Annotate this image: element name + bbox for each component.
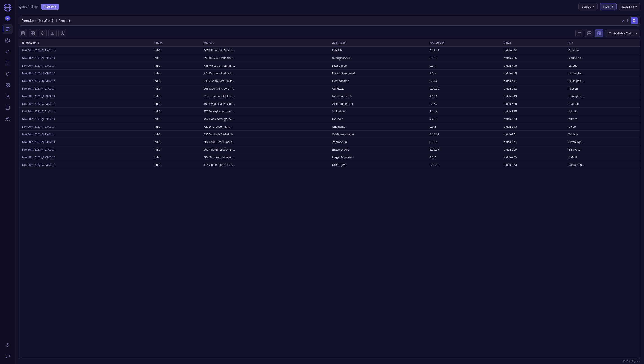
svg-rect-26 [21, 32, 24, 35]
col-address[interactable]: address [200, 39, 329, 47]
topbar: Query Builder Free Text Log QL ▾ Index ▾… [15, 0, 644, 14]
table-cell: Birmingha... [565, 70, 640, 77]
info-icon[interactable]: ℹ [627, 18, 628, 23]
alert-button[interactable] [38, 29, 47, 37]
cluster-icon [5, 38, 10, 43]
table-row[interactable]: Nov 30th, 2023 @ 23:02:14ind-017095 Sout… [19, 70, 640, 77]
col-app-version[interactable]: app_version [426, 39, 500, 47]
table-row[interactable]: Nov 30th, 2023 @ 23:02:14ind-05459 Shore… [19, 77, 640, 85]
col-timestamp[interactable]: timestamp ↑↓ [19, 39, 151, 47]
table-row[interactable]: Nov 30th, 2023 @ 23:02:14ind-072826 Cres… [19, 123, 640, 130]
table-cell: Nov 30th, 2023 @ 23:02:14 [19, 138, 151, 146]
sidebar-expand-button[interactable]: ▶ [5, 16, 10, 21]
sidebar-item-dashboards[interactable] [3, 80, 12, 90]
svg-rect-32 [31, 34, 32, 35]
table-row[interactable]: Nov 30th, 2023 @ 23:02:14ind-0663 Mounta… [19, 85, 640, 92]
topbar-right-actions: Log QL ▾ Index ▾ Last 1 Hr ▾ [578, 3, 640, 10]
list-view-button[interactable] [575, 29, 584, 37]
sidebar-item-cluster[interactable] [3, 36, 12, 45]
table-cell: 6137 Loaf mouth, Lexi... [200, 92, 329, 100]
sidebar-item-saved[interactable] [3, 103, 12, 113]
table-cell: 4.4.19 [426, 115, 500, 123]
info-toolbar-button[interactable] [58, 29, 66, 37]
table-cell: Nov 30th, 2023 @ 23:02:14 [19, 108, 151, 115]
search-input[interactable] [21, 19, 622, 22]
table-row[interactable]: Nov 30th, 2023 @ 23:02:14ind-05527 South… [19, 146, 640, 154]
table-cell: AliceBluepacket [329, 100, 426, 108]
table-cell: 33050 North Radial ch... [200, 130, 329, 138]
log-ql-button[interactable]: Log QL ▾ [578, 3, 598, 10]
svg-point-23 [7, 344, 8, 346]
svg-point-21 [6, 118, 8, 119]
table-cell: Nov 30th, 2023 @ 23:02:14 [19, 146, 151, 154]
table-cell: ind-0 [151, 138, 200, 146]
svg-rect-31 [33, 32, 34, 33]
table-cell: 3.8.2 [426, 123, 500, 130]
table-row[interactable]: Nov 30th, 2023 @ 23:02:14ind-029940 Lake… [19, 54, 640, 62]
sidebar-item-team[interactable] [3, 114, 12, 124]
sidebar-item-settings[interactable] [3, 340, 12, 350]
table-cell: 4.14.19 [426, 130, 500, 138]
table-row[interactable]: Nov 30th, 2023 @ 23:02:14ind-0115 South … [19, 161, 640, 169]
available-fields-button[interactable]: Available Fields ▾ [605, 30, 640, 37]
sidebar-item-analytics[interactable] [3, 47, 12, 56]
col-batch[interactable]: batch [500, 39, 565, 47]
index-button[interactable]: Index ▾ [600, 3, 616, 10]
split-view-button[interactable] [585, 29, 593, 37]
sidebar-item-chat[interactable] [3, 352, 12, 361]
log-ql-chevron-icon: ▾ [592, 5, 594, 8]
sidebar-item-users[interactable] [3, 92, 12, 102]
col-app-name[interactable]: app_name [329, 39, 426, 47]
table-cell: 2.14.6 [426, 77, 500, 85]
table-cell: Detroit [565, 154, 640, 161]
table-cell: Newspaperkiss [329, 92, 426, 100]
table-cell: batch-464 [500, 47, 565, 54]
table-cell: 4.1.2 [426, 154, 500, 161]
table-cell: batch-925 [500, 154, 565, 161]
table-cell: batch-562 [500, 85, 565, 92]
table-row[interactable]: Nov 30th, 2023 @ 23:02:14ind-027569 High… [19, 108, 640, 115]
time-range-button[interactable]: Last 1 Hr ▾ [619, 3, 640, 10]
clear-icon[interactable]: ✕ [622, 19, 625, 23]
table-row[interactable]: Nov 30th, 2023 @ 23:02:14ind-0162 Bypass… [19, 100, 640, 108]
grid-table-view-button[interactable] [595, 29, 603, 37]
table-cell: San Jose [565, 146, 640, 154]
table-cell: Nov 30th, 2023 @ 23:02:14 [19, 154, 151, 161]
free-text-button[interactable]: Free Text [41, 4, 59, 10]
col-index[interactable]: _index [151, 39, 200, 47]
table-cell: batch-719 [500, 146, 565, 154]
table-cell: batch-171 [500, 138, 565, 146]
table-cell: North Las... [565, 54, 640, 62]
table-row[interactable]: Nov 30th, 2023 @ 23:02:14ind-0782 Lake G… [19, 138, 640, 146]
sidebar-item-alerts[interactable] [3, 69, 12, 79]
table-cell: Nov 30th, 2023 @ 23:02:14 [19, 85, 151, 92]
search-actions: ✕ ℹ [622, 17, 638, 24]
fields-icon [608, 32, 612, 35]
table-cell: Zebracould [329, 138, 426, 146]
split-view-icon [587, 31, 591, 35]
table-row[interactable]: Nov 30th, 2023 @ 23:02:14ind-033050 Nort… [19, 130, 640, 138]
table-icon [21, 31, 25, 35]
table-cell: Milkride [329, 47, 426, 54]
grid-icon [31, 31, 35, 35]
table-row[interactable]: Nov 30th, 2023 @ 23:02:14ind-06137 Loaf … [19, 92, 640, 100]
table-cell: 162 Bypass view, Garl... [200, 100, 329, 108]
users-icon [5, 94, 10, 99]
svg-rect-47 [599, 34, 601, 35]
download-button[interactable] [48, 29, 56, 37]
sidebar-item-reports[interactable] [3, 58, 12, 68]
table-row[interactable]: Nov 30th, 2023 @ 23:02:14ind-0452 Pass b… [19, 115, 640, 123]
search-button[interactable] [631, 17, 638, 24]
col-city[interactable]: city [565, 39, 640, 47]
table-row[interactable]: Nov 30th, 2023 @ 23:02:14ind-03039 Pine … [19, 47, 640, 54]
table-cell: batch-431 [500, 77, 565, 85]
grid-view-button[interactable] [29, 29, 37, 37]
table-view-button[interactable] [19, 29, 27, 37]
sidebar-item-logs[interactable] [3, 24, 12, 34]
svg-point-38 [62, 32, 63, 33]
table-row[interactable]: Nov 30th, 2023 @ 23:02:14ind-0735 West C… [19, 62, 640, 70]
table-cell: batch-719 [500, 70, 565, 77]
table-cell: Nov 30th, 2023 @ 23:02:14 [19, 62, 151, 70]
table-row[interactable]: Nov 30th, 2023 @ 23:02:14ind-040260 Lake… [19, 154, 640, 161]
table-cell: Nov 30th, 2023 @ 23:02:14 [19, 92, 151, 100]
